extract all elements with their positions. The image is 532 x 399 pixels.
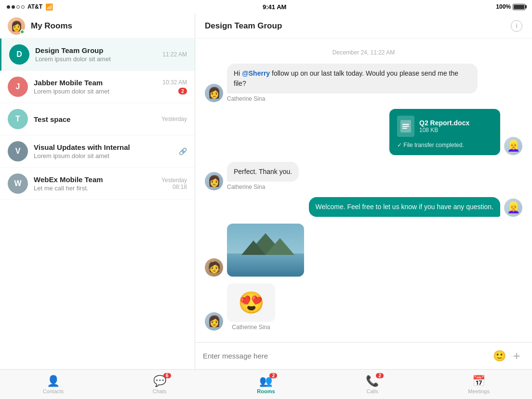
contacts-icon: 👤 <box>47 375 60 387</box>
online-indicator <box>20 29 25 34</box>
svg-rect-2 <box>402 126 409 127</box>
rooms-label: Rooms <box>257 388 275 394</box>
message-row-5: 🧑 <box>205 224 522 277</box>
room-item-design-team[interactable]: D Design Team Group Lorem ipsum dolor si… <box>0 39 195 71</box>
msg-avatar-5: 🧑 <box>205 258 223 277</box>
message-row-2: 👱‍♀️ <box>205 109 522 155</box>
room-name: WebEx Mobile Team <box>34 175 161 184</box>
status-left: AT&T 📶 <box>7 3 53 11</box>
nav-item-chats[interactable]: 💬 6 Chats <box>106 370 213 399</box>
room-info: Design Team Group Lorem ipsum dolor sit … <box>35 46 162 63</box>
room-icon-v: V <box>8 141 28 161</box>
room-info: Visual Updates with Internal Lorem ipsum… <box>34 143 179 160</box>
info-button[interactable]: i <box>511 20 522 32</box>
room-item-test-space[interactable]: T Test space Yesterday <box>0 103 195 135</box>
file-info: Q2 Report.docx 108 KB <box>419 119 469 133</box>
msg-avatar-4: 👱‍♀️ <box>504 199 522 217</box>
msg-content-5 <box>227 224 304 277</box>
left-panel: 👩 My Rooms D Design Team Group Lorem ips… <box>0 13 195 369</box>
status-right: 100% <box>496 3 525 10</box>
file-status: ✓ File transfer completed. <box>397 142 492 148</box>
room-preview: Lorem ipsum dolor sit amet <box>35 55 162 63</box>
msg-avatar-1: 👩 <box>205 84 223 102</box>
room-time2: 08:18 <box>173 184 187 190</box>
msg-content-1: Hi @Sherry follow up on our last talk to… <box>227 64 478 102</box>
rooms-badge: 2 <box>269 373 277 378</box>
room-icon-t: T <box>8 109 28 129</box>
room-icon-w: W <box>8 173 28 194</box>
messages-area: December 24, 11:22 AM 👩 Hi @Sherry follo… <box>195 39 532 342</box>
message-input[interactable] <box>203 352 492 360</box>
battery-percent: 100% <box>496 3 511 10</box>
meetings-label: Meetings <box>468 388 490 394</box>
link-icon: 🔗 <box>179 147 187 155</box>
room-item-jabber[interactable]: J Jabber Mobile Team Lorem ipsum dolor s… <box>0 71 195 103</box>
room-info: WebEx Mobile Team Let me call her first. <box>34 175 161 192</box>
file-bubble: Q2 Report.docx 108 KB ✓ File transfer co… <box>389 109 500 155</box>
chat-header: Design Team Group i <box>195 13 532 39</box>
room-time: Yesterday <box>161 177 187 184</box>
room-name: Test space <box>34 115 161 123</box>
room-icon-j: J <box>8 77 28 97</box>
msg-avatar-3: 👩 <box>205 172 223 190</box>
room-meta: Yesterday <box>161 116 187 122</box>
status-bar: AT&T 📶 9:41 AM 100% <box>0 0 532 13</box>
message-row-3: 👩 Perfect. Thank you. Catherine Sina <box>205 162 522 190</box>
nav-item-rooms[interactable]: 👥 2 Rooms <box>213 370 319 399</box>
right-panel: Design Team Group i December 24, 11:22 A… <box>195 13 532 369</box>
time-display: 9:41 AM <box>263 3 286 11</box>
left-header: 👩 My Rooms <box>0 13 195 39</box>
sender-name-6: Catherine Sina <box>227 324 275 331</box>
emoji-button[interactable]: 🙂 <box>492 348 507 364</box>
room-time: 11:22 AM <box>162 51 187 58</box>
date-divider: December 24, 11:22 AM <box>205 49 522 56</box>
battery-icon <box>513 4 525 10</box>
file-name: Q2 Report.docx <box>419 119 469 127</box>
room-preview: Lorem ipsum dolor sit amet <box>34 88 162 95</box>
svg-rect-1 <box>402 124 409 125</box>
panel-title: My Rooms <box>31 21 72 31</box>
calls-label: Calls <box>367 388 378 394</box>
room-meta: 🔗 <box>179 147 187 155</box>
msg-content-6: 😍 Catherine Sina <box>227 283 275 331</box>
room-item-webex[interactable]: W WebEx Mobile Team Let me call her firs… <box>0 168 195 200</box>
sender-name-3: Catherine Sina <box>227 184 299 190</box>
svg-rect-5 <box>227 253 304 277</box>
nav-item-calls[interactable]: 📞 2 Calls <box>319 370 426 399</box>
user-avatar: 👩 <box>8 17 25 35</box>
message-row-6: 👩 😍 Catherine Sina <box>205 283 522 331</box>
message-row-4: 👱‍♀️ Welcome. Feel free to let us know i… <box>205 197 522 217</box>
msg-content-4: Welcome. Feel free to let us know if you… <box>309 197 500 217</box>
msg-content-3: Perfect. Thank you. Catherine Sina <box>227 162 299 190</box>
room-icon-d: D <box>9 44 29 65</box>
input-area: 🙂 + <box>195 342 532 369</box>
room-meta: 11:22 AM <box>162 51 187 58</box>
chats-icon-wrap: 💬 6 <box>153 375 166 387</box>
rooms-icon-wrap: 👥 2 <box>259 375 272 387</box>
room-preview: Lorem ipsum dolor sit amet <box>34 152 179 160</box>
room-time: 10:32 AM <box>162 79 187 86</box>
signal-dots <box>7 5 25 9</box>
room-item-visual-updates[interactable]: V Visual Updates with Internal Lorem ips… <box>0 135 195 168</box>
file-size: 108 KB <box>419 127 469 133</box>
mention-sherry: @Sherry <box>242 69 270 77</box>
room-info: Test space <box>34 115 161 123</box>
meetings-icon: 📅 <box>472 375 485 387</box>
unread-badge: 2 <box>178 88 187 94</box>
msg-content-2: Q2 Report.docx 108 KB ✓ File transfer co… <box>389 109 500 155</box>
sender-name-1: Catherine Sina <box>227 95 478 102</box>
nav-item-contacts[interactable]: 👤 Contacts <box>0 370 106 399</box>
room-name: Design Team Group <box>35 46 162 54</box>
calls-icon-wrap: 📞 2 <box>366 375 379 387</box>
bubble-4: Welcome. Feel free to let us know if you… <box>309 197 500 217</box>
room-meta: Yesterday 08:18 <box>161 177 187 190</box>
nav-item-meetings[interactable]: 📅 Meetings <box>426 370 532 399</box>
room-name: Jabber Mobile Team <box>34 79 162 87</box>
chat-title: Design Team Group <box>205 21 282 31</box>
add-button[interactable]: + <box>509 348 524 364</box>
chats-label: Chats <box>153 388 167 394</box>
carrier-label: AT&T <box>27 3 42 10</box>
rooms-list: D Design Team Group Lorem ipsum dolor si… <box>0 39 195 369</box>
message-row-1: 👩 Hi @Sherry follow up on our last talk … <box>205 64 522 102</box>
wifi-icon: 📶 <box>45 3 53 11</box>
